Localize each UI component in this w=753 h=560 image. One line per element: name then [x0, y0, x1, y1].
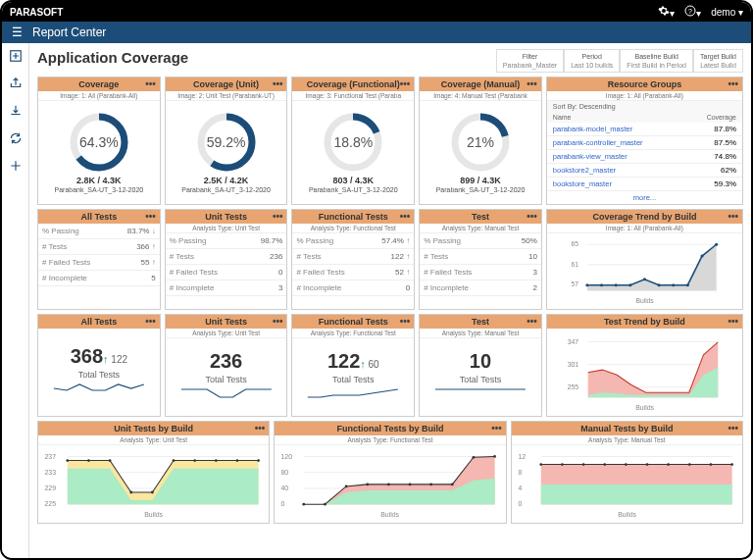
- user-menu[interactable]: demo ▾: [711, 7, 743, 18]
- widget-menu-icon[interactable]: •••: [728, 423, 738, 433]
- svg-point-43: [66, 459, 69, 462]
- svg-point-26: [715, 243, 718, 246]
- top-bar: PARASOFT ▾ ?▾ demo ▾: [2, 2, 751, 22]
- filter-1[interactable]: PeriodLast 10 builds: [564, 49, 620, 73]
- widget-menu-icon[interactable]: •••: [273, 78, 283, 89]
- header-title: Report Center: [32, 25, 106, 39]
- resource-group-row[interactable]: parabank-model_master87.8%: [547, 123, 742, 136]
- resource-group-row[interactable]: parabank-view_master74.8%: [547, 150, 742, 164]
- svg-point-69: [451, 484, 454, 486]
- stat-row: # Incomplete0: [292, 280, 414, 296]
- widget-menu-icon[interactable]: •••: [728, 78, 738, 89]
- help-icon[interactable]: ?▾: [684, 5, 701, 19]
- total-label: Total Tests: [332, 375, 374, 384]
- svg-point-49: [193, 459, 196, 462]
- svg-point-83: [581, 463, 584, 466]
- widget-menu-icon[interactable]: •••: [400, 78, 411, 89]
- resource-group-row[interactable]: parabank-controller_master87.5%: [547, 136, 742, 150]
- coverage-ratio: 2.8K / 4.3K: [76, 176, 122, 185]
- svg-point-70: [473, 456, 476, 459]
- svg-point-63: [324, 503, 326, 506]
- svg-point-51: [236, 459, 239, 462]
- more-link[interactable]: more...: [547, 191, 742, 204]
- test-stats-widget-1: Unit Tests••• Analysis Type: Unit Test %…: [165, 209, 288, 310]
- stat-row: % Passing50%: [420, 233, 541, 249]
- topbar-right: ▾ ?▾ demo ▾: [658, 5, 743, 19]
- widget-menu-icon[interactable]: •••: [400, 316, 411, 327]
- plus-icon[interactable]: [9, 159, 23, 175]
- coverage-trend-widget: Coverage Trend by Build••• Image: 1: All…: [546, 209, 743, 310]
- stat-row: # Tests10: [420, 249, 541, 265]
- refresh-icon[interactable]: [9, 131, 23, 147]
- test-trend-widget: Test Trend by Build••• 347301255 Builds: [546, 314, 743, 417]
- widget-menu-icon[interactable]: •••: [527, 316, 537, 327]
- widget-menu-icon[interactable]: •••: [527, 78, 537, 89]
- svg-text:8: 8: [518, 469, 522, 476]
- svg-point-21: [643, 278, 646, 280]
- svg-text:347: 347: [568, 338, 579, 345]
- widget-menu-icon[interactable]: •••: [145, 78, 156, 89]
- svg-point-65: [367, 484, 370, 486]
- svg-point-25: [700, 255, 703, 258]
- svg-text:Builds: Builds: [144, 511, 163, 518]
- stat-row: # Failed Tests52 ↑: [292, 265, 414, 280]
- settings-icon[interactable]: ▾: [658, 5, 675, 19]
- widget-header: Coverage (Manual)•••: [420, 77, 541, 91]
- menu-icon[interactable]: ☰: [12, 25, 23, 39]
- widget-menu-icon[interactable]: •••: [255, 423, 266, 433]
- filter-3[interactable]: Target BuildLatest Build: [693, 49, 743, 73]
- test-stats-widget-0: All Tests••• % Passing83.7% ↓# Tests366 …: [37, 209, 161, 310]
- build-name: Parabank_SA-UT_3-12-2020: [436, 186, 526, 193]
- svg-point-44: [87, 459, 90, 462]
- svg-text:4: 4: [518, 484, 522, 491]
- widget-menu-icon[interactable]: •••: [400, 211, 411, 222]
- page-title: Application Coverage: [37, 49, 188, 66]
- svg-text:Builds: Builds: [635, 297, 654, 304]
- filter-bar: FilterParabank_MasterPeriodLast 10 build…: [496, 49, 743, 73]
- svg-point-52: [257, 459, 260, 462]
- svg-text:225: 225: [44, 500, 56, 507]
- filter-0[interactable]: FilterParabank_Master: [496, 49, 564, 73]
- svg-point-24: [686, 283, 689, 286]
- widget-menu-icon[interactable]: •••: [527, 211, 537, 222]
- svg-text:Builds: Builds: [618, 511, 636, 518]
- svg-point-90: [730, 463, 733, 466]
- add-widget-icon[interactable]: [9, 49, 23, 65]
- totals-widget-2: Functional Tests••• Analysis Type: Funct…: [291, 314, 415, 417]
- svg-text:229: 229: [44, 484, 56, 491]
- build-name: Parabank_SA-UT_3-12-2020: [55, 186, 144, 193]
- widget-menu-icon[interactable]: •••: [728, 316, 738, 327]
- widget-menu-icon[interactable]: •••: [491, 423, 502, 433]
- filter-2[interactable]: Baseline BuildFirst Build in Period: [620, 49, 693, 73]
- total-label: Total Tests: [460, 375, 501, 384]
- share-icon[interactable]: [9, 76, 23, 92]
- svg-point-22: [657, 283, 660, 286]
- svg-point-47: [151, 491, 154, 494]
- total-number: 122: [327, 350, 360, 372]
- download-icon[interactable]: [9, 104, 23, 120]
- resource-group-row[interactable]: bookstore2_master62%: [547, 164, 742, 178]
- svg-text:40: 40: [281, 484, 289, 491]
- widget-menu-icon[interactable]: •••: [728, 211, 738, 222]
- stat-row: # Failed Tests3: [420, 265, 541, 280]
- svg-text:Builds: Builds: [635, 404, 654, 411]
- resource-group-row[interactable]: bookstore_master59.3%: [547, 178, 742, 191]
- svg-point-17: [585, 283, 588, 286]
- svg-text:255: 255: [568, 383, 579, 390]
- svg-point-18: [600, 283, 603, 286]
- svg-text:57: 57: [571, 281, 578, 288]
- widget-header: Coverage (Functional)•••: [292, 77, 414, 91]
- widget-menu-icon[interactable]: •••: [273, 211, 283, 222]
- svg-point-85: [625, 463, 628, 466]
- coverage-ratio: 899 / 4.3K: [460, 176, 501, 185]
- stat-row: # Tests366 ↑: [38, 239, 160, 255]
- widget-menu-icon[interactable]: •••: [145, 211, 156, 222]
- coverage-widget-3: Coverage (Manual)••• Image: 4: Manual Te…: [419, 76, 542, 205]
- total-label: Total Tests: [205, 375, 246, 384]
- stat-row: # Failed Tests0: [166, 265, 287, 280]
- widget-menu-icon[interactable]: •••: [145, 316, 156, 327]
- sidebar: [2, 43, 29, 558]
- svg-text:233: 233: [44, 469, 56, 476]
- svg-point-87: [667, 463, 670, 466]
- widget-menu-icon[interactable]: •••: [273, 316, 283, 327]
